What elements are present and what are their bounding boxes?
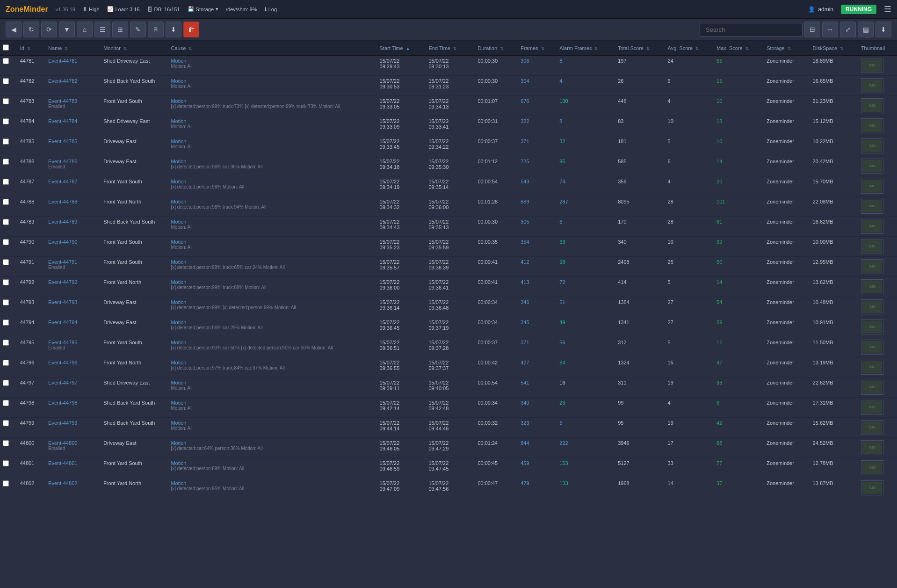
- row-thumbnail[interactable]: IMG: [858, 478, 897, 498]
- row-check[interactable]: [0, 156, 17, 176]
- header-avg[interactable]: Avg. Score ⇅: [665, 41, 714, 56]
- row-checkbox[interactable]: [3, 159, 9, 165]
- delete-button[interactable]: 🗑: [183, 22, 199, 37]
- thumbnail-image[interactable]: IMG: [861, 279, 883, 294]
- header-total[interactable]: Total Score ⇅: [615, 41, 665, 56]
- row-checkbox[interactable]: [3, 400, 9, 406]
- row-thumbnail[interactable]: IMG: [858, 438, 897, 458]
- nav-db[interactable]: 🗄 DB: 16/151: [147, 7, 180, 12]
- thumbnail-image[interactable]: IMG: [861, 380, 883, 395]
- thumbnail-image[interactable]: IMG: [861, 138, 883, 153]
- row-thumbnail[interactable]: IMG: [858, 196, 897, 217]
- thumbnail-image[interactable]: IMG: [861, 400, 883, 415]
- thumbnail-image[interactable]: IMG: [861, 340, 883, 355]
- row-checkbox[interactable]: [3, 299, 9, 305]
- view-toggle-button[interactable]: ⊟: [804, 22, 820, 37]
- header-max[interactable]: Max. Score ⇅: [714, 41, 764, 56]
- thumbnail-image[interactable]: IMG: [861, 98, 883, 113]
- row-thumbnail[interactable]: IMG: [858, 237, 897, 257]
- filter-button[interactable]: ▼: [59, 22, 75, 37]
- row-check[interactable]: [0, 297, 17, 317]
- row-checkbox[interactable]: [3, 199, 9, 205]
- thumbnail-image[interactable]: IMG: [861, 319, 883, 334]
- row-checkbox[interactable]: [3, 319, 9, 326]
- row-check[interactable]: [0, 458, 17, 478]
- running-status[interactable]: RUNNING: [841, 5, 876, 14]
- row-thumbnail[interactable]: IMG: [858, 176, 897, 196]
- row-checkbox[interactable]: [3, 420, 9, 426]
- row-thumbnail[interactable]: IMG: [858, 136, 897, 156]
- thumbnail-image[interactable]: IMG: [861, 219, 883, 234]
- refresh-button[interactable]: ↻: [23, 22, 39, 37]
- header-check[interactable]: [0, 41, 17, 56]
- row-thumbnail[interactable]: IMG: [858, 337, 897, 357]
- download-button[interactable]: ⬇: [166, 22, 181, 37]
- row-checkbox[interactable]: [3, 480, 9, 486]
- header-cause[interactable]: Cause ⇅: [168, 41, 376, 56]
- row-thumbnail[interactable]: IMG: [858, 96, 897, 116]
- admin-menu[interactable]: 👤 admin: [808, 6, 833, 13]
- thumbnail-image[interactable]: IMG: [861, 480, 883, 495]
- row-checkbox[interactable]: [3, 340, 9, 346]
- row-thumbnail[interactable]: IMG: [858, 116, 897, 136]
- header-monitor[interactable]: Monitor ⇅: [101, 41, 168, 56]
- row-thumbnail[interactable]: IMG: [858, 156, 897, 176]
- row-check[interactable]: [0, 277, 17, 297]
- row-checkbox[interactable]: [3, 219, 9, 225]
- thumbnail-image[interactable]: IMG: [861, 420, 883, 435]
- grid-button[interactable]: ⊞: [112, 22, 128, 37]
- row-check[interactable]: [0, 116, 17, 136]
- row-checkbox[interactable]: [3, 78, 9, 84]
- reload-button[interactable]: ⟳: [41, 22, 57, 37]
- save-button[interactable]: ⬇: [875, 22, 891, 37]
- hamburger-menu[interactable]: ☰: [884, 4, 891, 15]
- nav-load[interactable]: 📈 Load: 3.16: [107, 6, 140, 12]
- row-thumbnail[interactable]: IMG: [858, 317, 897, 337]
- row-check[interactable]: [0, 257, 17, 277]
- expand-button[interactable]: ⤢: [840, 22, 856, 37]
- thumbnail-image[interactable]: IMG: [861, 199, 883, 214]
- row-check[interactable]: [0, 398, 17, 418]
- row-checkbox[interactable]: [3, 460, 9, 466]
- row-thumbnail[interactable]: IMG: [858, 217, 897, 237]
- header-frames[interactable]: Frames ⇅: [518, 41, 557, 56]
- search-input[interactable]: [700, 23, 803, 36]
- row-thumbnail[interactable]: IMG: [858, 297, 897, 317]
- row-check[interactable]: [0, 418, 17, 438]
- thumbnail-image[interactable]: IMG: [861, 259, 883, 274]
- row-check[interactable]: [0, 176, 17, 196]
- row-thumbnail[interactable]: IMG: [858, 418, 897, 438]
- row-thumbnail[interactable]: IMG: [858, 377, 897, 398]
- home-button[interactable]: ⌂: [77, 22, 93, 37]
- thumbnail-image[interactable]: IMG: [861, 118, 883, 133]
- row-check[interactable]: [0, 196, 17, 217]
- thumbnail-image[interactable]: IMG: [861, 58, 883, 73]
- row-checkbox[interactable]: [3, 440, 9, 446]
- row-checkbox[interactable]: [3, 380, 9, 386]
- row-checkbox[interactable]: [3, 239, 9, 245]
- row-checkbox[interactable]: [3, 118, 9, 124]
- row-thumbnail[interactable]: IMG: [858, 458, 897, 478]
- thumbnail-image[interactable]: IMG: [861, 440, 883, 455]
- header-disk[interactable]: DiskSpace ⇅: [810, 41, 858, 56]
- row-checkbox[interactable]: [3, 279, 9, 285]
- row-thumbnail[interactable]: IMG: [858, 277, 897, 297]
- row-check[interactable]: [0, 136, 17, 156]
- table-view-button[interactable]: ▤: [858, 22, 874, 37]
- header-start[interactable]: Start Time ▲: [377, 41, 426, 56]
- header-duration[interactable]: Duration ⇅: [475, 41, 518, 56]
- thumbnail-image[interactable]: IMG: [861, 159, 883, 174]
- row-checkbox[interactable]: [3, 58, 9, 64]
- brand-logo[interactable]: ZoneMinder: [6, 5, 48, 14]
- thumbnail-image[interactable]: IMG: [861, 460, 883, 475]
- row-checkbox[interactable]: [3, 179, 9, 185]
- edit-button[interactable]: ✎: [130, 22, 146, 37]
- header-storage[interactable]: Storage ⇅: [764, 41, 810, 56]
- header-end[interactable]: End Time ⇅: [426, 41, 475, 56]
- row-thumbnail[interactable]: IMG: [858, 76, 897, 96]
- thumbnail-image[interactable]: IMG: [861, 239, 883, 254]
- nav-storage[interactable]: 💾 Storage▾: [188, 6, 219, 12]
- row-check[interactable]: [0, 478, 17, 498]
- row-check[interactable]: [0, 317, 17, 337]
- row-check[interactable]: [0, 438, 17, 458]
